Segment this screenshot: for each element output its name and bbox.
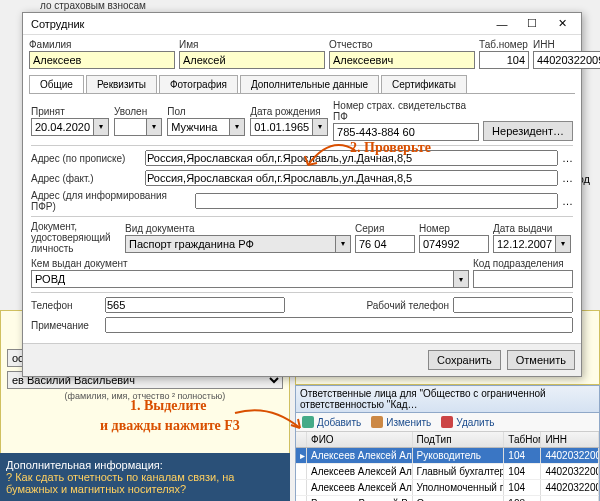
chevron-down-icon[interactable]: ▾	[335, 235, 351, 253]
dob-label: Дата рождения	[250, 106, 329, 117]
tab-addl[interactable]: Дополнительные данные	[240, 75, 379, 93]
responsible-grid: Ответственные лица для "Общество с огран…	[295, 385, 600, 501]
table-row[interactable]: ▸Алексеев Алексей АлексеевичРуководитель…	[296, 448, 599, 464]
chevron-down-icon[interactable]: ▾	[93, 118, 109, 136]
sex-label: Пол	[167, 106, 246, 117]
chevron-down-icon[interactable]: ▾	[229, 118, 245, 136]
table-row[interactable]: Васильев Василий ВасильевичОтправитель10…	[296, 496, 599, 501]
panel1-small: (фамилия, имя, отчество ² полностью)	[7, 391, 283, 401]
titlebar: Сотрудник — ☐ ✕	[23, 13, 581, 35]
addr-pfr-label: Адрес (для информирования ПФР)	[31, 190, 191, 212]
plus-icon	[302, 416, 314, 428]
inn-label: ИНН	[533, 39, 600, 50]
docno-input[interactable]	[419, 235, 489, 253]
subdiv-label: Код подразделения	[473, 258, 573, 269]
workphone-label: Рабочий телефон	[349, 300, 449, 311]
addr-fact-label: Адрес (факт.)	[31, 173, 141, 184]
col-tab[interactable]: ТабНомер	[504, 432, 541, 447]
dialog-body: Принят ▾ Уволен ▾ Пол ▾ Дата рождения ▾ …	[23, 94, 581, 343]
dialog-footer: Сохранить Отменить	[23, 343, 581, 376]
col-role[interactable]: ПодТип	[413, 432, 505, 447]
patr-input[interactable]	[329, 51, 475, 69]
chevron-down-icon[interactable]: ▾	[312, 118, 328, 136]
docno-label: Номер	[419, 223, 489, 234]
ellipsis-icon[interactable]: …	[562, 152, 573, 164]
tab-photo[interactable]: Фотография	[159, 75, 238, 93]
doc-label: Документ, удостоверяющий личность	[31, 221, 121, 254]
dob-input[interactable]	[250, 118, 312, 136]
addr-pfr-input[interactable]	[195, 193, 558, 209]
surname-input[interactable]	[29, 51, 175, 69]
addr-reg-label: Адрес (по прописке)	[31, 153, 141, 164]
name-label: Имя	[179, 39, 325, 50]
delete-button[interactable]: Удалить	[441, 416, 494, 428]
note-label: Примечание	[31, 320, 101, 331]
maximize-button[interactable]: ☐	[517, 14, 547, 34]
tab-general[interactable]: Общие	[29, 75, 84, 93]
name-input[interactable]	[179, 51, 325, 69]
sex-input[interactable]	[167, 118, 229, 136]
pfno-input[interactable]	[333, 123, 479, 141]
table-row[interactable]: Алексеев Алексей АлексеевичУполномоченны…	[296, 480, 599, 496]
col-fio[interactable]: ФИО	[307, 432, 413, 447]
note-input[interactable]	[105, 317, 573, 333]
hired-input[interactable]	[31, 118, 93, 136]
grid-title: Ответственные лица для "Общество с огран…	[296, 386, 599, 413]
subdiv-input[interactable]	[473, 270, 573, 288]
save-button[interactable]: Сохранить	[428, 350, 501, 370]
tab-requisites[interactable]: Реквизиты	[86, 75, 157, 93]
grid-header: ФИО ПодТип ТабНомер ИНН	[296, 432, 599, 448]
dialog-title: Сотрудник	[27, 18, 487, 30]
tabno-input[interactable]	[479, 51, 529, 69]
minimize-button[interactable]: —	[487, 14, 517, 34]
pencil-icon	[371, 416, 383, 428]
addr-fact-input[interactable]	[145, 170, 558, 186]
col-inn[interactable]: ИНН	[541, 432, 599, 447]
chevron-down-icon[interactable]: ▾	[453, 270, 469, 288]
chevron-down-icon[interactable]: ▾	[555, 235, 571, 253]
docdate-label: Дата выдачи	[493, 223, 573, 234]
fired-input[interactable]	[114, 118, 146, 136]
add-button[interactable]: Добавить	[302, 416, 361, 428]
tabs: Общие Реквизиты Фотография Дополнительны…	[29, 75, 575, 94]
issuer-input[interactable]	[31, 270, 453, 288]
info-question[interactable]: ? Как сдать отчетность по каналам связи,…	[6, 471, 284, 495]
hired-label: Принят	[31, 106, 110, 117]
bg-header-text: ло страховым взносам	[40, 0, 146, 11]
pfno-label: Номер страх. свидетельства ПФ	[333, 100, 479, 122]
cancel-button[interactable]: Отменить	[507, 350, 575, 370]
doctype-input[interactable]	[125, 235, 335, 253]
phone-input[interactable]	[105, 297, 285, 313]
info-bar: Дополнительная информация: ? Как сдать о…	[0, 453, 290, 501]
issuer-label: Кем выдан документ	[31, 258, 469, 269]
ellipsis-icon[interactable]: …	[562, 172, 573, 184]
employee-dialog: Сотрудник — ☐ ✕ Фамилия Имя Отчество Таб…	[22, 12, 582, 377]
info-heading: Дополнительная информация:	[6, 459, 284, 471]
tabno-label: Таб.номер	[479, 39, 529, 50]
ellipsis-icon[interactable]: …	[562, 195, 573, 207]
name-row: Фамилия Имя Отчество Таб.номер ИНН Узнат…	[23, 35, 581, 73]
fired-label: Уволен	[114, 106, 163, 117]
table-row[interactable]: Алексеев Алексей АлексеевичГлавный бухга…	[296, 464, 599, 480]
phone-label: Телефон	[31, 300, 101, 311]
tab-certs[interactable]: Сертификаты	[381, 75, 467, 93]
close-button[interactable]: ✕	[547, 14, 577, 34]
patr-label: Отчество	[329, 39, 475, 50]
grid-toolbar: Добавить Изменить Удалить	[296, 413, 599, 432]
series-input[interactable]	[355, 235, 415, 253]
workphone-input[interactable]	[453, 297, 573, 313]
grid-body: ▸Алексеев Алексей АлексеевичРуководитель…	[296, 448, 599, 501]
col-marker[interactable]	[296, 432, 307, 447]
series-label: Серия	[355, 223, 415, 234]
edit-button[interactable]: Изменить	[371, 416, 431, 428]
docdate-input[interactable]	[493, 235, 555, 253]
delete-icon	[441, 416, 453, 428]
addr-reg-input[interactable]	[145, 150, 558, 166]
inn-input[interactable]	[533, 51, 600, 69]
doctype-label: Вид документа	[125, 223, 351, 234]
chevron-down-icon[interactable]: ▾	[146, 118, 162, 136]
nonresident-button[interactable]: Нерезидент…	[483, 121, 573, 141]
surname-label: Фамилия	[29, 39, 175, 50]
